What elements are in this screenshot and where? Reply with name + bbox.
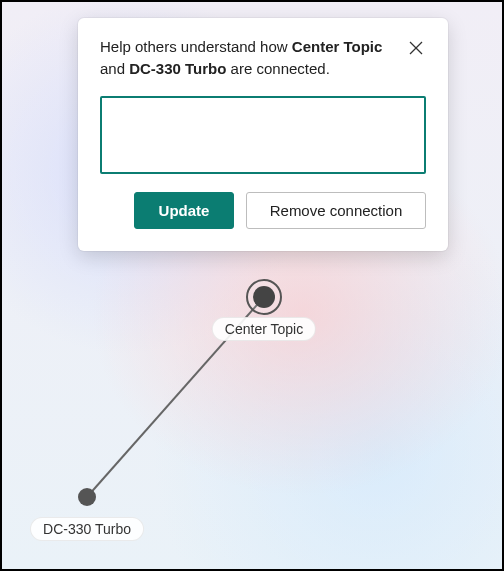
graph-canvas[interactable]: Center Topic DC-330 Turbo Help others un… xyxy=(0,0,504,571)
prompt-text-prefix: Help others understand how xyxy=(100,38,292,55)
dialog-actions: Update Remove connection xyxy=(100,192,426,229)
update-button[interactable]: Update xyxy=(134,192,234,229)
connection-description-input[interactable] xyxy=(100,96,426,174)
dialog-prompt: Help others understand how Center Topic … xyxy=(100,36,394,80)
node-related-label: DC-330 Turbo xyxy=(30,517,144,541)
node-center-label: Center Topic xyxy=(212,317,316,341)
prompt-text-mid: and xyxy=(100,60,129,77)
node-dot-icon xyxy=(253,286,275,308)
node-dot-icon xyxy=(78,488,96,506)
prompt-topic-a: Center Topic xyxy=(292,38,383,55)
prompt-topic-b: DC-330 Turbo xyxy=(129,60,226,77)
close-button[interactable] xyxy=(406,38,426,58)
prompt-text-suffix: are connected. xyxy=(226,60,329,77)
close-icon xyxy=(408,40,424,56)
remove-connection-button[interactable]: Remove connection xyxy=(246,192,426,229)
connection-dialog: Help others understand how Center Topic … xyxy=(78,18,448,251)
